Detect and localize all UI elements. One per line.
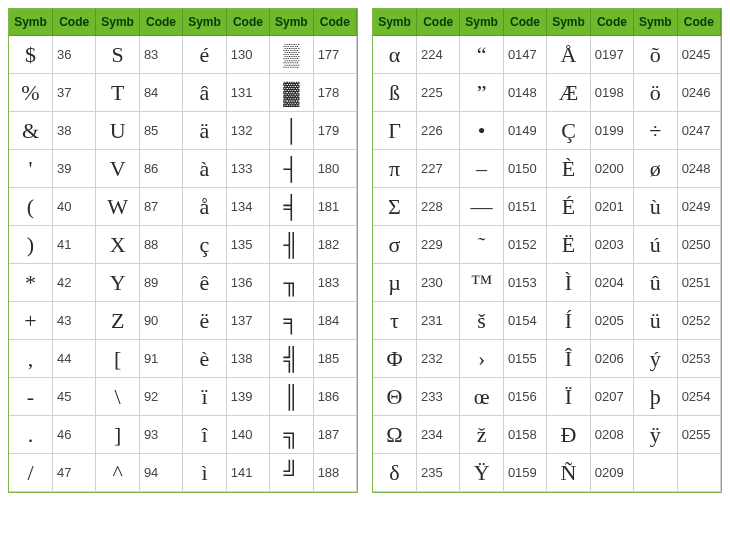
symbol-cell: ü [634,302,678,340]
code-cell: 184 [313,302,356,340]
symbol-cell: œ [460,378,504,416]
right-table: SymbCodeSymbCodeSymbCodeSymbCode α224“01… [373,9,721,492]
code-cell: 92 [139,378,182,416]
code-cell: 94 [139,454,182,492]
symbol-cell: [ [96,340,140,378]
table-row: δ235Ÿ0159Ñ0209 [373,454,721,492]
symbol-cell: % [9,74,53,112]
symbol-cell: + [9,302,53,340]
code-cell: 234 [417,416,460,454]
symbol-cell: ë [183,302,227,340]
symbol-cell: * [9,264,53,302]
symbol-cell: - [9,378,53,416]
symbol-cell: þ [634,378,678,416]
code-cell: 91 [139,340,182,378]
table-row: Σ228—0151É0201ù0249 [373,188,721,226]
code-cell: 235 [417,454,460,492]
col-header-code: Code [590,9,633,36]
col-header-symb: Symb [634,9,678,36]
code-cell: 0254 [677,378,720,416]
code-cell: 43 [53,302,96,340]
symbol-cell: ÷ [634,112,678,150]
col-header-symb: Symb [9,9,53,36]
code-cell: 42 [53,264,96,302]
code-cell: 139 [226,378,269,416]
symbol-cell: ø [634,150,678,188]
col-header-code: Code [677,9,720,36]
table-row: &38U85ä132│179 [9,112,357,150]
code-cell: 0153 [503,264,546,302]
code-cell: 0158 [503,416,546,454]
code-cell: 179 [313,112,356,150]
code-cell: 89 [139,264,182,302]
symbol-cell: Î [547,340,591,378]
symbol-cell: Σ [373,188,417,226]
table-row: .46]93î140╗187 [9,416,357,454]
code-cell: 36 [53,36,96,74]
symbol-cell: Ñ [547,454,591,492]
table-row: *42Y89ê136╖183 [9,264,357,302]
left-table: SymbCodeSymbCodeSymbCodeSymbCode $36S83é… [9,9,357,492]
symbol-cell: é [183,36,227,74]
code-cell: 135 [226,226,269,264]
table-row: Ω234ž0158Ð0208ÿ0255 [373,416,721,454]
symbol-cell: ╖ [270,264,314,302]
symbol-cell: ÿ [634,416,678,454]
table-row: α224“0147Å0197õ0245 [373,36,721,74]
col-header-code: Code [226,9,269,36]
code-cell: 224 [417,36,460,74]
code-cell [677,454,720,492]
code-cell: 0252 [677,302,720,340]
code-cell: 40 [53,188,96,226]
symbol-cell: & [9,112,53,150]
symbol-cell: τ [373,302,417,340]
table-row: +43Z90ë137╕184 [9,302,357,340]
symbol-cell: Θ [373,378,417,416]
table-row: ,44[91è138╣185 [9,340,357,378]
code-cell: 134 [226,188,269,226]
symbol-cell: ╗ [270,416,314,454]
symbol-cell: X [96,226,140,264]
code-cell: 0248 [677,150,720,188]
symbol-cell: Ë [547,226,591,264]
code-cell: 232 [417,340,460,378]
symbol-cell: ╕ [270,302,314,340]
col-header-code: Code [313,9,356,36]
symbol-cell: ž [460,416,504,454]
code-cell: 41 [53,226,96,264]
symbol-cell: È [547,150,591,188]
code-cell: 233 [417,378,460,416]
symbol-cell: – [460,150,504,188]
code-cell: 44 [53,340,96,378]
code-cell: 0156 [503,378,546,416]
symbol-cell: µ [373,264,417,302]
code-cell: 133 [226,150,269,188]
symbol-cell: Y [96,264,140,302]
symbol-cell: “ [460,36,504,74]
symbol-cell: ï [183,378,227,416]
col-header-symb: Symb [460,9,504,36]
symbol-cell: ▓ [270,74,314,112]
table-row: (40W87å134╡181 [9,188,357,226]
symbol-cell: Ÿ [460,454,504,492]
code-cell: 84 [139,74,182,112]
table-row: /47^94ì141╝188 [9,454,357,492]
col-header-symb: Symb [96,9,140,36]
symbol-cell: ê [183,264,227,302]
code-cell: 0206 [590,340,633,378]
code-cell: 0150 [503,150,546,188]
symbol-cell: ˜ [460,226,504,264]
table-row: -45\92ï139║186 [9,378,357,416]
symbol-cell: ) [9,226,53,264]
table-row: ß225”0148Æ0198ö0246 [373,74,721,112]
code-cell: 183 [313,264,356,302]
table-row: σ229˜0152Ë0203ú0250 [373,226,721,264]
symbol-cell: , [9,340,53,378]
col-header-code: Code [53,9,96,36]
table-row: %37T84â131▓178 [9,74,357,112]
code-cell: 0209 [590,454,633,492]
code-cell: 85 [139,112,182,150]
code-cell: 226 [417,112,460,150]
code-cell: 0250 [677,226,720,264]
table-row: τ231š0154Í0205ü0252 [373,302,721,340]
